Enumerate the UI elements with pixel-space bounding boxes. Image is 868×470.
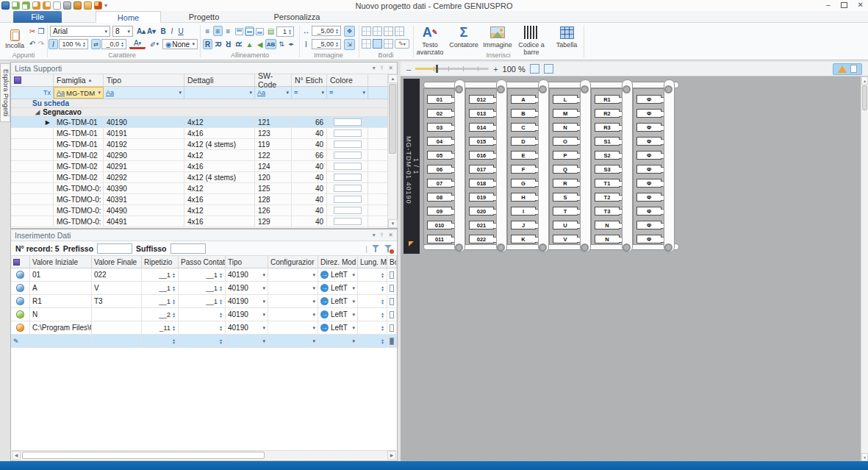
cell-sw-code[interactable]: 119	[255, 139, 292, 149]
fit-width-icon[interactable]	[544, 64, 553, 74]
spinner-arrows-icon[interactable]: ▲▼	[172, 272, 176, 278]
dropdown-arrow-icon[interactable]: ▾	[262, 325, 265, 331]
label-tag[interactable]: 03	[427, 123, 452, 132]
valign-middle-icon[interactable]	[245, 26, 254, 36]
rows-spinner[interactable]: 1▲▼	[276, 26, 294, 37]
flip-horizontal-icon[interactable]: ◀	[255, 39, 265, 49]
label-tag[interactable]: B	[511, 109, 536, 118]
flip-vertical-icon[interactable]: ▲	[245, 39, 254, 49]
label-tag[interactable]: 04	[427, 137, 452, 146]
dropdown-arrow-icon[interactable]: ▾	[312, 325, 315, 331]
dropdown-arrow-icon[interactable]: ▾	[262, 272, 265, 278]
cell-n-etich[interactable]: 40	[292, 172, 327, 182]
cell-dettagli[interactable]: 4x16	[184, 216, 255, 227]
cell-direzione[interactable]: →LeftT▾	[318, 308, 358, 321]
label-tag[interactable]: N	[595, 221, 620, 229]
cell-bordi[interactable]	[387, 282, 397, 294]
rotate-0-icon[interactable]: R	[203, 39, 212, 49]
table-row[interactable]: MG-TDMO-0:403914x1612840	[11, 194, 397, 205]
spinner-arrows-icon[interactable]: ▲▼	[172, 338, 176, 344]
fill-color-select[interactable]: ◉None▾	[162, 39, 198, 49]
panel-menu-icon[interactable]: ▾	[373, 65, 376, 72]
scroll-up-icon[interactable]: ▲	[861, 76, 868, 85]
table-row[interactable]: AV__1▲▼__1▲▼40190▾▾→LeftT▾▲▼	[11, 282, 397, 295]
filter-famiglia[interactable]: AaMG-TDM▾	[54, 87, 104, 99]
col-valore-iniziale[interactable]: Valore Iniziale	[30, 256, 92, 268]
cut-icon[interactable]: ✂	[28, 26, 37, 35]
cell-direzione[interactable]: ▾	[318, 335, 358, 347]
filter-icon[interactable]	[371, 244, 380, 253]
label-tag[interactable]: Φ	[636, 235, 661, 243]
label-tag[interactable]: P	[553, 151, 578, 160]
cell-sw-code[interactable]: 126	[255, 205, 292, 216]
tab-personalizza[interactable]: Personalizza	[247, 11, 347, 23]
dropdown-arrow-icon[interactable]: ▾	[312, 299, 315, 305]
cell-ripetizione[interactable]: ▲▼	[142, 335, 179, 347]
spinner-arrows-icon[interactable]: ▲▼	[219, 285, 223, 291]
spinner-arrows-icon[interactable]: ▲▼	[381, 285, 384, 291]
border-outline-icon[interactable]	[362, 26, 371, 36]
group-row-su-scheda[interactable]: Su scheda	[11, 99, 397, 108]
border-all-icon[interactable]	[373, 39, 382, 49]
table-row[interactable]: MG-TDMO-0:404904x1212640	[11, 205, 397, 216]
font-color-button[interactable]: A▾	[129, 39, 146, 49]
horizontal-scrollbar[interactable]: ◀ ▶	[12, 450, 396, 460]
label-strip[interactable]: ΦΦΦΦΦΦΦΦΦΦΦ	[633, 88, 667, 245]
cell-n-etich[interactable]: 40	[292, 139, 327, 149]
cell-colore[interactable]	[327, 128, 368, 138]
tab-progetto[interactable]: Progetto	[165, 11, 243, 23]
restore-button[interactable]	[841, 2, 847, 8]
cell-colore[interactable]	[327, 161, 368, 171]
spinner[interactable]: _11▲▼	[159, 324, 176, 332]
border-top-icon[interactable]	[373, 26, 382, 36]
spinner[interactable]: __1▲▼	[206, 271, 223, 279]
label-tag[interactable]: T	[553, 207, 578, 216]
pin-flag-icon[interactable]	[409, 241, 414, 246]
cell-dettagli[interactable]: 4x12	[184, 150, 255, 160]
spinner[interactable]: ▲▼	[379, 299, 384, 305]
cell-passo[interactable]: __1▲▼	[179, 282, 226, 294]
filter-n-etich[interactable]: =▾	[292, 87, 327, 99]
height-icon[interactable]: Ⅰ	[301, 39, 311, 49]
label-tag[interactable]: 09	[427, 207, 452, 216]
tipo-dropdown[interactable]: 40190▾	[228, 271, 265, 279]
dropdown-arrow-icon[interactable]: ▾	[352, 325, 355, 331]
expander-icon[interactable]: ◢	[35, 109, 40, 115]
cell-tipo[interactable]: ▾	[226, 335, 268, 347]
label-tag[interactable]: S	[553, 193, 578, 202]
cell-tipo[interactable]: 40190▾	[226, 268, 268, 281]
label-tag[interactable]: R3	[595, 123, 620, 132]
cell-sw-code[interactable]: 123	[255, 128, 292, 138]
cell-n-etich[interactable]: 40	[292, 194, 327, 204]
clear-filter-icon[interactable]	[384, 244, 392, 253]
col-tipo[interactable]: Tipo	[226, 256, 268, 268]
cell-tipo[interactable]: 40391	[104, 194, 184, 204]
label-tag[interactable]: N	[595, 235, 620, 243]
shrink-font-icon[interactable]: A▾	[146, 26, 157, 37]
label-tag[interactable]: 08	[427, 193, 452, 202]
label-tag[interactable]: I	[511, 207, 536, 216]
cell-valore-finale[interactable]: V	[92, 282, 142, 294]
spinner-arrows-icon[interactable]: ▲▼	[219, 299, 223, 305]
label-tag[interactable]: 017	[469, 165, 494, 174]
cell-dettagli[interactable]: 4x16	[184, 194, 255, 204]
table-row[interactable]: MG-TDM-01401914x1612340	[11, 128, 397, 139]
spinner[interactable]: __1▲▼	[159, 297, 176, 305]
cell-valore-finale[interactable]	[92, 321, 142, 334]
spinner-arrows-icon[interactable]: ▲▼	[381, 312, 384, 318]
dropdown-arrow-icon[interactable]: ▾	[312, 285, 315, 291]
label-tag[interactable]: Φ	[636, 165, 661, 174]
label-tag[interactable]: R2	[595, 109, 620, 118]
spinner-arrows-icon[interactable]: ▲▼	[219, 338, 223, 344]
col-colore[interactable]: Colore	[327, 74, 368, 86]
label-tag[interactable]: Φ	[636, 179, 661, 188]
table-row[interactable]: MG-TDM-02402924x12 (4 stems)12040	[11, 172, 397, 183]
dropdown-arrow-icon[interactable]: ▾	[352, 285, 355, 291]
underline-button[interactable]: U	[176, 26, 185, 37]
dropdown-arrow-icon[interactable]: ▾	[262, 312, 265, 318]
preview-canvas[interactable]: 1 / 1 MG-TDM-01 40190 010203040506070809…	[401, 76, 861, 461]
cell-famiglia[interactable]: MG-TDM-02	[54, 161, 104, 171]
label-tag[interactable]: A	[511, 95, 536, 104]
spinner[interactable]: ▲▼	[379, 285, 384, 291]
scroll-up-icon[interactable]: ▲	[388, 74, 398, 83]
